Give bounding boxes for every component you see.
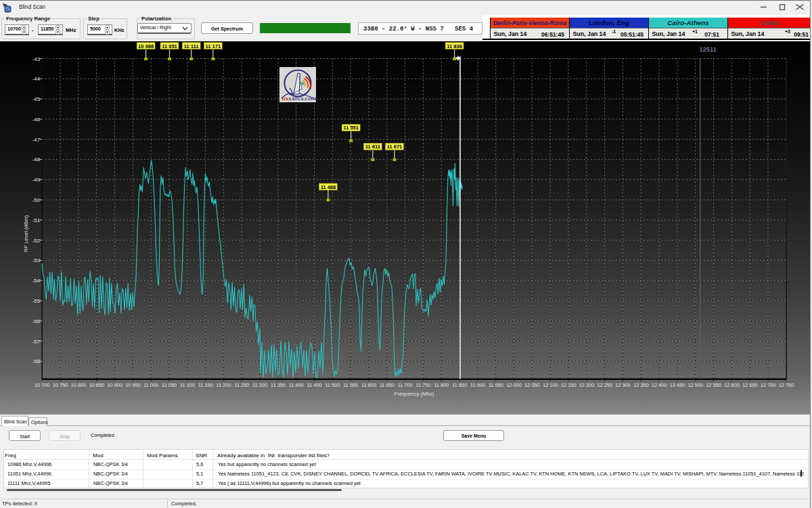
svg-text:11 050: 11 050 — [162, 382, 177, 388]
svg-text:-50: -50 — [32, 197, 41, 203]
svg-text:11 551: 11 551 — [343, 125, 359, 131]
svg-text:11 450: 11 450 — [307, 382, 322, 388]
svg-text:11 250: 11 250 — [234, 382, 250, 388]
svg-text:12 350: 12 350 — [633, 382, 649, 388]
svg-text:11 000: 11 000 — [143, 382, 159, 388]
svg-text:Frequency (Mhz): Frequency (Mhz) — [394, 391, 434, 397]
svg-text:-56: -56 — [32, 318, 40, 324]
svg-text:12 150: 12 150 — [561, 382, 577, 388]
svg-text:-55: -55 — [32, 298, 41, 304]
svg-text:11 550: 11 550 — [343, 382, 359, 388]
svg-text:11 750: 11 750 — [415, 382, 431, 388]
svg-text:11 111: 11 111 — [184, 43, 199, 49]
svg-text:10 700: 10 700 — [35, 382, 50, 388]
svg-text:11 350: 11 350 — [271, 382, 286, 388]
svg-text:10 986: 10 986 — [138, 43, 154, 49]
svg-text:-44: -44 — [32, 76, 41, 82]
svg-text:11 650: 11 650 — [380, 382, 395, 388]
svg-text:12 500: 12 500 — [687, 382, 703, 388]
svg-text:11 671: 11 671 — [387, 144, 403, 150]
svg-text:-58: -58 — [32, 358, 40, 364]
svg-text:-53: -53 — [32, 257, 40, 263]
svg-text:11 800: 11 800 — [434, 382, 449, 388]
svg-text:RF Level (dBm): RF Level (dBm) — [23, 215, 29, 252]
svg-text:-46: -46 — [32, 117, 40, 123]
svg-text:12 450: 12 450 — [670, 382, 685, 388]
svg-text:11 900: 11 900 — [470, 382, 486, 388]
svg-text:12 700: 12 700 — [761, 382, 776, 388]
svg-text:11 850: 11 850 — [452, 382, 468, 388]
svg-text:10 750: 10 750 — [53, 382, 68, 388]
svg-text:11 836: 11 836 — [447, 43, 462, 49]
svg-text:-47: -47 — [32, 137, 40, 143]
svg-text:-54: -54 — [32, 278, 41, 284]
svg-text:11 150: 11 150 — [198, 382, 214, 388]
svg-text:12 100: 12 100 — [543, 382, 558, 388]
svg-text:11 600: 11 600 — [361, 382, 377, 388]
svg-text:11 500: 11 500 — [325, 382, 340, 388]
svg-text:-43: -43 — [32, 56, 40, 62]
svg-text:12 750: 12 750 — [778, 382, 794, 388]
svg-text:10 950: 10 950 — [125, 382, 141, 388]
svg-text:-45: -45 — [32, 96, 41, 102]
svg-text:11 171: 11 171 — [206, 43, 221, 49]
svg-text:11 051: 11 051 — [162, 43, 177, 49]
svg-text:12 650: 12 650 — [742, 382, 758, 388]
svg-text:12 050: 12 050 — [524, 382, 540, 388]
svg-text:12 000: 12 000 — [506, 382, 522, 388]
svg-text:12 550: 12 550 — [706, 382, 721, 388]
svg-text:12 300: 12 300 — [615, 382, 631, 388]
svg-text:12 200: 12 200 — [579, 382, 594, 388]
svg-text:SATCS.COM: SATCS.COM — [289, 96, 317, 101]
svg-text:10 850: 10 850 — [89, 382, 104, 388]
svg-text:12 250: 12 250 — [597, 382, 612, 388]
svg-text:DX: DX — [282, 96, 289, 101]
svg-text:11 200: 11 200 — [216, 382, 231, 388]
svg-text:11 611: 11 611 — [365, 144, 380, 150]
svg-text:-57: -57 — [32, 339, 40, 345]
svg-text:10 800: 10 800 — [70, 382, 86, 388]
svg-text:11 300: 11 300 — [252, 382, 268, 388]
svg-text:11 700: 11 700 — [398, 382, 413, 388]
svg-text:11 100: 11 100 — [180, 382, 196, 388]
svg-text:11 950: 11 950 — [489, 382, 504, 388]
svg-text:11 488: 11 488 — [321, 184, 336, 190]
svg-text:12 400: 12 400 — [652, 382, 667, 388]
svg-text:12511: 12511 — [699, 45, 717, 53]
svg-text:-52: -52 — [32, 238, 40, 244]
svg-text:11 400: 11 400 — [289, 382, 304, 388]
svg-text:-49: -49 — [32, 177, 40, 183]
svg-text:-51: -51 — [32, 217, 40, 224]
svg-text:10 900: 10 900 — [107, 382, 122, 388]
svg-text:-48: -48 — [32, 156, 40, 163]
svg-text:12 600: 12 600 — [724, 382, 740, 388]
